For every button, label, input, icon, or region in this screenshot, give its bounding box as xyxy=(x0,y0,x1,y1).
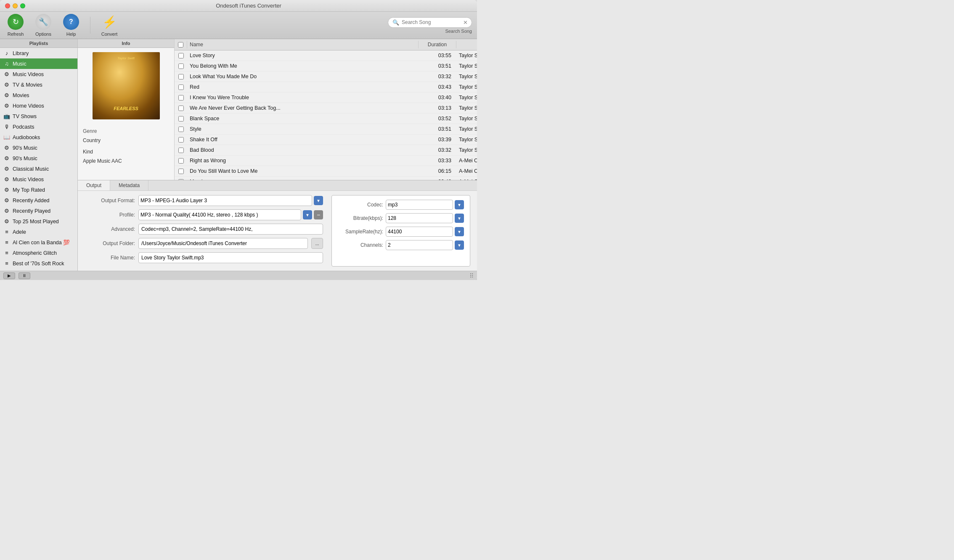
row-checkbox-12[interactable] xyxy=(175,177,187,180)
help-button[interactable]: ? Help xyxy=(61,14,82,37)
browse-folder-button[interactable]: ... xyxy=(311,238,323,249)
table-row[interactable]: Shake It Off 03:39 Taylor Swift Waiting.… xyxy=(175,135,477,145)
sidebar-item-label-tv-shows: TV Shows xyxy=(13,114,37,119)
row-duration-0: 03:55 xyxy=(419,50,456,61)
advanced-input[interactable] xyxy=(138,224,323,235)
help-label: Help xyxy=(66,32,76,37)
row-checkbox-1[interactable] xyxy=(175,61,187,71)
sidebar-item-adele[interactable]: ≡Adele xyxy=(0,227,77,237)
row-checkbox-8[interactable] xyxy=(175,135,187,145)
sidebar-item-podcasts[interactable]: 🎙Podcasts xyxy=(0,122,77,132)
podcasts-icon: 🎙 xyxy=(3,124,10,130)
channels-input[interactable] xyxy=(386,240,453,250)
table-row[interactable]: Love Story 03:55 Taylor Swift Waiting...… xyxy=(175,50,477,61)
row-artist-11: A-Mei Chang xyxy=(456,166,477,176)
table-row[interactable]: Blank Space 03:52 Taylor Swift Waiting..… xyxy=(175,114,477,124)
bottom-tabs: Output Metadata xyxy=(78,180,477,191)
row-checkbox-6[interactable] xyxy=(175,114,187,124)
minimize-button[interactable] xyxy=(13,3,18,8)
table-row[interactable]: We Are Never Ever Getting Back Tog... 03… xyxy=(175,103,477,114)
convert-button[interactable]: ⚡ Convert xyxy=(99,14,120,37)
row-name-0: Love Story xyxy=(187,50,419,61)
toolbar: ↻ Refresh 🔧 Options ? Help ⚡ Convert xyxy=(0,12,477,39)
bitrate-input[interactable] xyxy=(386,213,453,223)
sidebar-item-label-adele: Adele xyxy=(13,229,26,235)
row-checkbox-7[interactable] xyxy=(175,124,187,134)
profile-input[interactable] xyxy=(138,209,301,220)
output-format-input[interactable] xyxy=(138,195,312,206)
sidebar-item-al-cien[interactable]: ≡Al Cien con la Banda 💯 xyxy=(0,237,77,248)
row-checkbox-4[interactable] xyxy=(175,93,187,103)
options-button[interactable]: 🔧 Options xyxy=(33,14,54,37)
resize-grip[interactable]: ⠿ xyxy=(469,272,474,279)
statusbar-pause-button[interactable]: ⏸ xyxy=(19,272,30,279)
output-folder-input[interactable] xyxy=(138,238,308,249)
table-row[interactable]: Style 03:51 Taylor Swift Waiting... 1989 xyxy=(175,124,477,135)
sidebar-item-music[interactable]: ♫Music xyxy=(0,58,77,69)
codec-input[interactable] xyxy=(386,200,453,210)
search-area: 🔍 ✕ Search Song xyxy=(388,17,472,34)
row-artist-6: Taylor Swift xyxy=(456,114,477,124)
output-format-arrow[interactable]: ▼ xyxy=(314,196,323,205)
sidebar-item-music-videos[interactable]: ⚙Music Videos xyxy=(0,69,77,79)
top-25-icon: ⚙ xyxy=(3,218,10,225)
samplerate-arrow[interactable]: ▼ xyxy=(455,227,464,236)
sidebar-item-recently-played[interactable]: ⚙Recently Played xyxy=(0,206,77,216)
profile-row: Profile: ▼ − xyxy=(85,209,323,220)
sidebar-item-home-videos[interactable]: ⚙Home Videos xyxy=(0,100,77,111)
search-input[interactable] xyxy=(402,19,461,25)
table-row[interactable]: Red 03:43 Taylor Swift Waiting... Red xyxy=(175,82,477,92)
row-checkbox-10[interactable] xyxy=(175,156,187,166)
sidebar-header: Playlists xyxy=(0,39,77,48)
table-row[interactable]: I Knew You Were Trouble 03:40 Taylor Swi… xyxy=(175,92,477,103)
row-artist-7: Taylor Swift xyxy=(456,124,477,134)
row-checkbox-11[interactable] xyxy=(175,166,187,176)
sidebar-item-atmospheric-glitch[interactable]: ≡Atmospheric Glitch xyxy=(0,248,77,258)
row-artist-1: Taylor Swift xyxy=(456,61,477,71)
row-checkbox-0[interactable] xyxy=(175,51,187,61)
maximize-button[interactable] xyxy=(20,3,25,8)
output-format-select-container: ▼ xyxy=(138,195,323,206)
clear-search-icon[interactable]: ✕ xyxy=(463,19,468,26)
table-row[interactable]: March 03:48 A-Mei Chang Waiting... Faces… xyxy=(175,177,477,180)
samplerate-input[interactable] xyxy=(386,227,453,237)
statusbar-play-button[interactable]: ▶ xyxy=(3,272,15,279)
profile-arrow[interactable]: ▼ xyxy=(303,210,312,219)
sidebar-item-best-70s[interactable]: ≡Best of '70s Soft Rock xyxy=(0,258,77,269)
table-row[interactable]: Right as Wrong 03:33 A-Mei Chang Waiting… xyxy=(175,156,477,166)
tab-metadata[interactable]: Metadata xyxy=(110,180,148,190)
row-checkbox-3[interactable] xyxy=(175,82,187,92)
codec-arrow[interactable]: ▼ xyxy=(455,200,464,209)
table-row[interactable]: Bad Blood 03:32 Taylor Swift Waiting... … xyxy=(175,145,477,156)
sidebar-item-movies[interactable]: ⚙Movies xyxy=(0,90,77,100)
file-name-input[interactable] xyxy=(138,252,323,263)
table-row[interactable]: Do You Still Want to Love Me 06:15 A-Mei… xyxy=(175,166,477,177)
channels-arrow[interactable]: ▼ xyxy=(455,240,464,250)
header-checkbox-cell[interactable] xyxy=(175,41,187,48)
select-all-checkbox[interactable] xyxy=(178,42,183,48)
sidebar-item-my-top-rated[interactable]: ⚙My Top Rated xyxy=(0,185,77,195)
table-row[interactable]: You Belong With Me 03:51 Taylor Swift Wa… xyxy=(175,61,477,71)
row-checkbox-5[interactable] xyxy=(175,103,187,113)
close-button[interactable] xyxy=(5,3,10,8)
sidebar-item-recently-added[interactable]: ⚙Recently Added xyxy=(0,195,77,206)
sidebar-item-classical-music[interactable]: ⚙Classical Music xyxy=(0,164,77,174)
sidebar-item-music-videos-2[interactable]: ⚙Music Videos xyxy=(0,174,77,185)
row-checkbox-9[interactable] xyxy=(175,145,187,155)
profile-minus-button[interactable]: − xyxy=(314,210,323,219)
row-checkbox-2[interactable] xyxy=(175,72,187,82)
refresh-button[interactable]: ↻ Refresh xyxy=(5,14,26,37)
sidebar-item-90s-music-2[interactable]: ⚙90's Music xyxy=(0,153,77,164)
sidebar-item-tv-shows[interactable]: 📺TV Shows xyxy=(0,111,77,122)
header-artist: Artist xyxy=(456,41,477,48)
sidebar-item-audiobooks[interactable]: 📖Audiobooks xyxy=(0,132,77,143)
codec-label: Codec: xyxy=(338,202,383,208)
sidebar-item-library[interactable]: ♪Library xyxy=(0,48,77,58)
sidebar-item-top-25[interactable]: ⚙Top 25 Most Played xyxy=(0,216,77,227)
tab-output[interactable]: Output xyxy=(78,180,110,190)
sidebar-item-tv-movies[interactable]: ⚙TV & Movies xyxy=(0,79,77,90)
table-row[interactable]: Look What You Made Me Do 03:32 Taylor Sw… xyxy=(175,71,477,82)
bitrate-arrow[interactable]: ▼ xyxy=(455,214,464,223)
sidebar-item-90s-music-1[interactable]: ⚙90's Music xyxy=(0,143,77,153)
search-box[interactable]: 🔍 ✕ xyxy=(388,17,472,28)
